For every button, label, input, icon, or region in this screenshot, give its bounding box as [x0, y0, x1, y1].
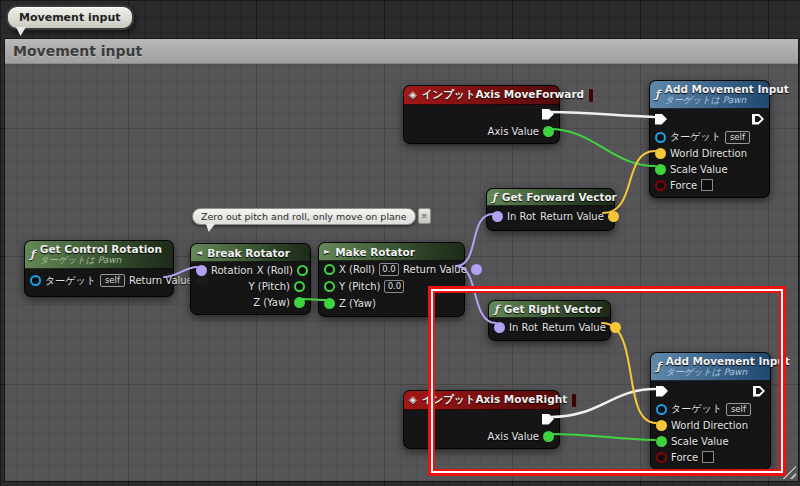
- return-value-pin[interactable]: [610, 322, 621, 333]
- node-title: Get Right Vector: [504, 303, 602, 315]
- make-struct-icon: ►: [324, 248, 330, 256]
- rotation-label: Rotation: [211, 265, 253, 276]
- target-label: ターゲット: [670, 130, 721, 144]
- in-rot-label: In Rot: [509, 322, 538, 333]
- y-pitch-pin[interactable]: [324, 281, 335, 292]
- bubble-pin-icon[interactable]: ≡: [418, 208, 431, 224]
- node-inputaxis-moveforward[interactable]: ◈ インプットAxis MoveForward Axis Value: [403, 85, 560, 144]
- node-add-movement-input-forward[interactable]: ƒ Add Movement Input ターゲットは Pawn ターゲット s…: [649, 80, 770, 198]
- z-yaw-pin[interactable]: [324, 298, 335, 309]
- node-subtitle: ターゲットは Pawn: [40, 254, 162, 267]
- bubble-text: Zero out pitch and roll, only move on pl…: [192, 208, 416, 225]
- force-pin[interactable]: [656, 452, 667, 463]
- target-label: ターゲット: [671, 402, 722, 416]
- return-value-pin[interactable]: [471, 264, 482, 275]
- force-label: Force: [670, 180, 697, 191]
- in-rot-pin[interactable]: [492, 211, 503, 222]
- comment-title-bar[interactable]: Movement input: [5, 39, 798, 64]
- y-pitch-pin[interactable]: [294, 281, 305, 292]
- return-value-label: Return Value: [129, 275, 193, 286]
- in-rot-pin[interactable]: [494, 322, 505, 333]
- node-break-rotator[interactable]: ◄ Break Rotator Rotation X (Roll) Y (Pit…: [190, 243, 311, 315]
- exec-out-pin[interactable]: [753, 386, 765, 397]
- self-value[interactable]: self: [100, 274, 125, 287]
- node-title: Get Control Rotation: [40, 243, 162, 255]
- exec-in-pin[interactable]: [655, 114, 667, 125]
- y-pitch-label: Y (Pitch): [339, 281, 380, 292]
- node-get-control-rotation[interactable]: ƒ Get Control Rotation ターゲットは Pawn ターゲット…: [24, 240, 174, 297]
- exec-out-pin[interactable]: [542, 414, 554, 425]
- axis-value-label: Axis Value: [488, 126, 539, 137]
- x-roll-pin[interactable]: [297, 265, 308, 276]
- node-title: Make Rotator: [335, 246, 415, 258]
- return-value-label: Return Value: [403, 264, 467, 275]
- node-subtitle: ターゲットは Pawn: [665, 94, 789, 107]
- node-title: Add Movement Input: [666, 355, 790, 367]
- force-pin[interactable]: [655, 180, 666, 191]
- event-icon: ◈: [409, 395, 417, 405]
- node-add-movement-input-right[interactable]: ƒ Add Movement Input ターゲットは Pawn ターゲット s…: [650, 352, 771, 470]
- target-pin[interactable]: [30, 275, 41, 286]
- node-subtitle: ターゲットは Pawn: [666, 366, 790, 379]
- force-checkbox[interactable]: [702, 451, 714, 463]
- function-icon: ƒ: [494, 304, 499, 315]
- target-pin[interactable]: [656, 404, 667, 415]
- comment-tab[interactable]: Movement input: [6, 5, 134, 30]
- z-yaw-label: Z (Yaw): [339, 298, 376, 309]
- exec-out-pin[interactable]: [752, 114, 764, 125]
- scale-value-pin[interactable]: [655, 164, 666, 175]
- function-icon: ƒ: [656, 361, 661, 372]
- return-value-label: Return Value: [542, 322, 606, 333]
- target-pin[interactable]: [655, 132, 666, 143]
- node-get-right-vector[interactable]: ƒ Get Right Vector In Rot Return Value: [488, 300, 611, 341]
- self-value[interactable]: self: [725, 131, 750, 144]
- x-roll-value[interactable]: 0.0: [379, 263, 399, 276]
- node-title: Get Forward Vector: [502, 191, 617, 203]
- self-value[interactable]: self: [726, 403, 751, 416]
- node-make-rotator[interactable]: ► Make Rotator X (Roll) 0.0 Return Value…: [318, 242, 465, 317]
- node-title: インプットAxis MoveForward: [422, 88, 584, 102]
- target-label: ターゲット: [45, 274, 96, 288]
- y-pitch-value[interactable]: 0.0: [384, 280, 404, 293]
- function-icon: ƒ: [30, 249, 35, 260]
- z-yaw-label: Z (Yaw): [253, 297, 290, 308]
- node-title: Add Movement Input: [665, 83, 789, 95]
- axis-value-pin[interactable]: [543, 126, 554, 137]
- return-value-label: Return Value: [540, 211, 604, 222]
- event-badge-icon: [572, 394, 576, 407]
- event-badge-icon: [589, 89, 593, 102]
- x-roll-label: X (Roll): [257, 265, 293, 276]
- event-icon: ◈: [409, 90, 417, 100]
- function-icon: ƒ: [655, 89, 660, 100]
- force-checkbox[interactable]: [701, 179, 713, 191]
- exec-out-pin[interactable]: [542, 109, 554, 120]
- node-comment-bubble[interactable]: Zero out pitch and roll, only move on pl…: [192, 208, 431, 225]
- node-title: インプットAxis MoveRight: [422, 393, 567, 407]
- scale-value-pin[interactable]: [656, 436, 667, 447]
- x-roll-label: X (Roll): [339, 264, 375, 275]
- y-pitch-label: Y (Pitch): [249, 281, 290, 292]
- world-direction-pin[interactable]: [656, 420, 667, 431]
- x-roll-pin[interactable]: [324, 264, 335, 275]
- comment-title: Movement input: [13, 43, 142, 59]
- axis-value-pin[interactable]: [543, 431, 554, 442]
- axis-value-label: Axis Value: [488, 431, 539, 442]
- world-direction-label: World Direction: [671, 420, 748, 431]
- break-struct-icon: ◄: [196, 249, 202, 257]
- node-title: Break Rotator: [207, 247, 290, 259]
- return-value-pin[interactable]: [608, 211, 619, 222]
- exec-in-pin[interactable]: [656, 386, 668, 397]
- node-get-forward-vector[interactable]: ƒ Get Forward Vector In Rot Return Value: [486, 188, 615, 231]
- in-rot-label: In Rot: [507, 211, 536, 222]
- blueprint-canvas[interactable]: { "tab": { "label": "Movement input" }, …: [0, 0, 800, 486]
- comment-tab-pointer: [16, 27, 26, 36]
- world-direction-pin[interactable]: [655, 148, 666, 159]
- z-yaw-pin[interactable]: [294, 297, 305, 308]
- rotation-pin[interactable]: [196, 265, 207, 276]
- world-direction-label: World Direction: [670, 148, 747, 159]
- scale-value-label: Scale Value: [670, 164, 728, 175]
- comment-tab-label: Movement input: [19, 11, 121, 24]
- scale-value-label: Scale Value: [671, 436, 729, 447]
- force-label: Force: [671, 452, 698, 463]
- node-inputaxis-moveright[interactable]: ◈ インプットAxis MoveRight Axis Value: [403, 390, 560, 449]
